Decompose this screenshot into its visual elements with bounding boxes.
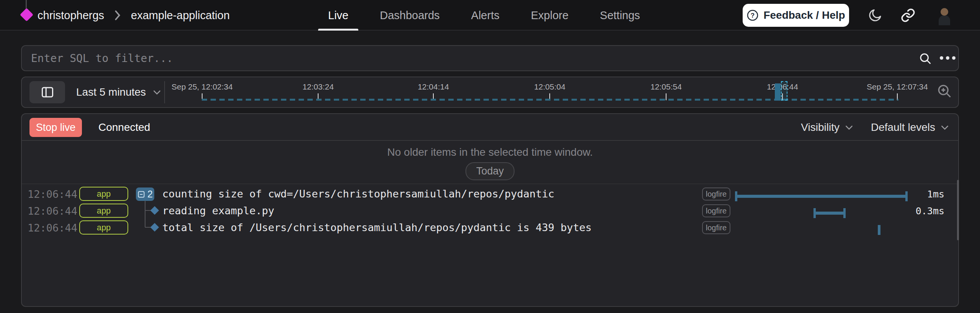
logfire-logo-icon[interactable] xyxy=(20,8,33,21)
scope-tag[interactable]: logfire xyxy=(702,204,730,217)
breadcrumb-project[interactable]: example-application xyxy=(131,9,230,22)
log-row[interactable]: 12:06:44 app reading example.py logfire … xyxy=(22,202,958,219)
live-view-panel: Stop live Connected Visibility Default l… xyxy=(21,113,959,307)
divider xyxy=(22,184,958,184)
chevron-right-icon xyxy=(113,10,122,21)
chevron-down-icon xyxy=(844,122,854,132)
chevron-down-icon xyxy=(152,87,162,97)
log-message[interactable]: total size of /Users/christophersamiulla… xyxy=(162,222,592,233)
live-controls-row: Stop live Connected Visibility Default l… xyxy=(22,114,958,141)
top-header: christophergs example-application Live D… xyxy=(0,0,980,31)
tick-label: 12:05:54 xyxy=(650,82,682,91)
stop-live-button[interactable]: Stop live xyxy=(29,118,82,137)
log-row[interactable]: 12:06:44 app 2 counting size of cwd=/Use… xyxy=(22,186,958,202)
collapse-toggle[interactable]: 2 xyxy=(136,187,154,201)
feedback-help-label: Feedback / Help xyxy=(763,9,845,21)
scope-tag[interactable]: logfire xyxy=(702,187,730,201)
tab-explore[interactable]: Explore xyxy=(531,0,568,31)
histogram-spike-bar[interactable] xyxy=(775,83,781,101)
log-timestamp: 12:06:44 xyxy=(28,222,77,234)
connection-status: Connected xyxy=(98,114,150,141)
log-message[interactable]: counting size of cwd=/Users/christophers… xyxy=(162,188,554,200)
app-tag[interactable]: app xyxy=(79,187,128,201)
sql-filter-input[interactable] xyxy=(22,46,958,70)
span-duration-bar[interactable] xyxy=(813,208,846,218)
feedback-help-button[interactable]: ? Feedback / Help xyxy=(743,4,849,27)
log-timestamp: 12:06:44 xyxy=(28,188,77,200)
sidebar-toggle-button[interactable] xyxy=(29,81,65,103)
tick-label: Sep 25, 12:02:34 xyxy=(172,82,233,91)
span-diamond-icon xyxy=(150,223,159,232)
span-diamond-icon xyxy=(150,206,159,215)
visibility-dropdown[interactable]: Visibility xyxy=(801,121,854,134)
scope-tag[interactable]: logfire xyxy=(702,221,730,234)
tab-live[interactable]: Live xyxy=(328,0,348,31)
tick-label: 12:05:04 xyxy=(534,82,565,91)
tab-settings[interactable]: Settings xyxy=(600,0,640,31)
user-avatar[interactable] xyxy=(934,5,954,25)
sql-filter-panel xyxy=(21,45,959,71)
histogram-selection-bar[interactable] xyxy=(781,81,787,101)
more-options-icon[interactable] xyxy=(940,56,956,60)
default-levels-label: Default levels xyxy=(871,121,935,134)
span-duration-bar[interactable] xyxy=(735,191,908,201)
default-levels-dropdown[interactable]: Default levels xyxy=(871,121,950,134)
breadcrumb-org[interactable]: christophergs xyxy=(38,9,104,22)
zoom-in-icon[interactable] xyxy=(936,83,953,99)
share-link-icon[interactable] xyxy=(900,8,916,23)
timeline-histogram-baseline[interactable] xyxy=(202,99,898,101)
main-nav: Live Dashboards Alerts Explore Settings xyxy=(328,0,640,31)
tick-label: Sep 25, 12:07:34 xyxy=(867,82,928,91)
svg-text:?: ? xyxy=(751,12,755,19)
today-button[interactable]: Today xyxy=(466,162,514,180)
time-range-dropdown[interactable]: Last 5 minutes xyxy=(76,77,162,107)
log-timestamp: 12:06:44 xyxy=(28,205,77,217)
time-range-label: Last 5 minutes xyxy=(76,86,146,98)
breadcrumb: christophergs example-application xyxy=(38,0,230,31)
child-count: 2 xyxy=(147,189,153,200)
tab-alerts[interactable]: Alerts xyxy=(471,0,500,31)
log-point-mark[interactable] xyxy=(878,225,880,235)
visibility-label: Visibility xyxy=(801,121,840,134)
tab-dashboards[interactable]: Dashboards xyxy=(380,0,439,31)
chevron-down-icon xyxy=(940,122,950,132)
app-tag[interactable]: app xyxy=(79,220,128,235)
timeline-panel: Last 5 minutes Sep 25, 12:02:34 12:03:24… xyxy=(21,77,959,108)
scrollbar-thumb[interactable] xyxy=(957,180,959,240)
minus-square-icon xyxy=(137,191,145,198)
span-duration: 1ms xyxy=(898,189,944,200)
log-row[interactable]: 12:06:44 app total size of /Users/christ… xyxy=(22,219,958,236)
divider xyxy=(164,81,165,103)
theme-moon-icon[interactable] xyxy=(867,8,883,23)
empty-window-notice: No older items in the selected time wind… xyxy=(22,146,958,158)
span-duration: 0.3ms xyxy=(898,205,944,217)
log-message[interactable]: reading example.py xyxy=(162,205,274,217)
app-tag[interactable]: app xyxy=(79,204,128,218)
search-icon[interactable] xyxy=(918,52,932,65)
tick-label: 12:03:24 xyxy=(302,82,334,91)
tick-label: 12:04:14 xyxy=(418,82,449,91)
question-circle-icon: ? xyxy=(746,9,759,21)
